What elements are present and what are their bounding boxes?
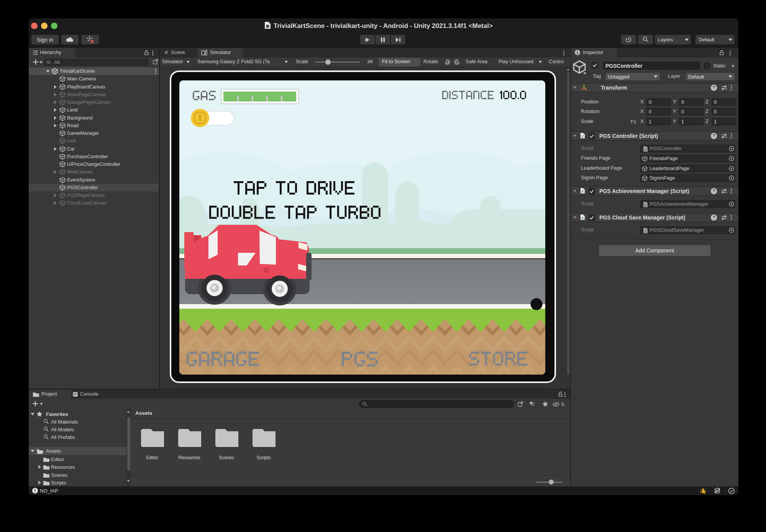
svg-text:#: #: [644, 203, 646, 208]
svg-text:?: ?: [712, 188, 715, 194]
svg-text:#: #: [581, 190, 584, 194]
svg-text:#: #: [581, 134, 584, 139]
svg-text:#: #: [581, 216, 584, 220]
svg-text:#: #: [644, 229, 646, 234]
svg-text:?: ?: [712, 85, 715, 90]
svg-text:#: #: [644, 148, 646, 152]
svg-text:?: ?: [712, 215, 715, 220]
svg-text:?: ?: [712, 133, 715, 139]
